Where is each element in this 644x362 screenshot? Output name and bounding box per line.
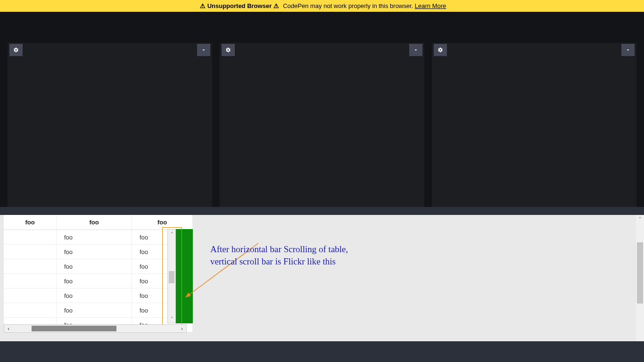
editor-body[interactable] [220,57,424,207]
chevron-down-icon [413,47,419,53]
table-cell [4,274,56,288]
editor-body[interactable] [8,57,212,207]
table-horizontal-scrollbar[interactable]: ‹ › [4,324,187,333]
scroll-up-icon[interactable]: ˄ [636,215,644,223]
footer-bar [0,341,644,362]
annotation-highlight-box [162,227,182,326]
table-cell: foo [57,245,132,259]
table-cell: foo [57,230,132,245]
table-cell [4,230,56,245]
gear-icon [225,47,231,53]
table-cell: foo [57,303,132,318]
horizontal-resize-handle[interactable] [0,207,644,215]
table-cell: foo [57,259,132,274]
panel-settings-button[interactable] [222,44,235,56]
scroll-left-icon[interactable]: ‹ [4,326,13,331]
learn-more-link[interactable]: Learn More [415,2,446,9]
scrollbar-thumb[interactable] [32,326,116,331]
editor-panels [0,43,644,207]
table-cell [4,245,56,259]
preview-pane: foo foo foo foo foo foo foo foo foo [0,215,644,341]
unsupported-browser-banner: ⚠ Unsupported Browser ⚠ CodePen may not … [0,0,644,12]
warning-icon: ⚠ [200,2,206,9]
editor-panel-html [8,43,212,207]
table-header: foo [4,215,57,230]
banner-message: CodePen may not work properly in this br… [283,2,446,9]
panel-settings-button[interactable] [9,44,23,56]
gear-icon [438,47,443,53]
editor-panel-js [432,43,636,207]
annotation-text: After horizontal bar Scrolling of table,… [210,243,408,267]
editor-body[interactable] [432,57,636,207]
panel-collapse-button[interactable] [409,44,422,56]
table-cell [4,259,56,274]
panel-settings-button[interactable] [434,44,447,56]
table-cell: foo [57,288,132,303]
header-area [0,12,644,43]
chevron-down-icon [201,47,206,53]
preview-vertical-scrollbar[interactable]: ˄ [636,215,644,341]
editor-panel-css [220,43,424,207]
warning-icon: ⚠ [273,2,279,9]
gear-icon [13,47,19,53]
panel-collapse-button[interactable] [197,44,210,56]
scrollbar-thumb[interactable] [637,242,643,304]
banner-title: Unsupported Browser [207,2,272,9]
table-cell: foo [57,274,132,288]
table-header: foo [57,215,132,230]
table-cell [4,288,56,303]
chevron-down-icon [625,47,631,53]
table-cell [4,303,56,318]
scroll-right-icon[interactable]: › [178,326,186,331]
panel-collapse-button[interactable] [621,44,635,56]
